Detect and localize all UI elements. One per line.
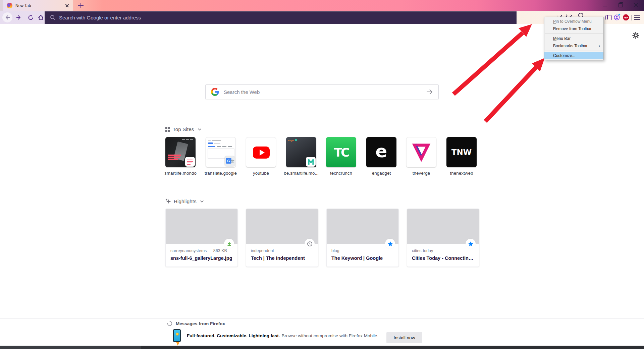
app-menu-button[interactable] [634, 15, 640, 20]
engadget-logo: e [375, 141, 387, 161]
menu-label-accel: P [553, 19, 556, 24]
site-label: smartlife.mondo [161, 171, 200, 176]
chevron-down-icon[interactable] [200, 200, 204, 203]
top-site-youtube[interactable]: youtube [246, 137, 276, 176]
top-site-theverge[interactable]: theverge [406, 137, 436, 176]
back-arrow-icon [4, 14, 10, 20]
messages-title: Messages from Firefox [176, 321, 225, 326]
top-sites-title: Top Sites [173, 126, 194, 132]
messages-header: Messages from Firefox [167, 321, 225, 326]
window-restore-button[interactable] [613, 0, 628, 10]
search-icon [50, 15, 56, 20]
site-thumbnail: e [366, 137, 396, 167]
promo-regular-text: Browse without compromise with Firefox M… [282, 333, 379, 338]
install-now-button[interactable]: Install now [386, 332, 422, 343]
verge-logo-icon [411, 143, 431, 162]
menu-label-accel: B [553, 44, 556, 48]
techcrunch-logo: TC [334, 146, 348, 159]
newtab-search-box[interactable] [205, 84, 439, 99]
sidebar-toggle-icon[interactable] [605, 15, 612, 20]
highlight-card-history[interactable]: independent Tech | The Independent [246, 209, 318, 267]
card-source: cities-today [412, 248, 474, 253]
menu-separator [545, 34, 603, 34]
forward-button[interactable] [16, 14, 22, 20]
gear-icon [632, 32, 640, 39]
new-tab-button[interactable] [78, 3, 84, 8]
highlight-card-bookmark-1[interactable]: blog The Keyword | Google [326, 209, 399, 267]
mobile-phone-icon [173, 329, 181, 342]
address-bar[interactable] [45, 11, 517, 24]
newtab-settings-button[interactable] [632, 32, 640, 39]
google-logo-icon [211, 88, 219, 96]
card-thumbnail [246, 209, 318, 244]
url-input[interactable] [59, 15, 462, 20]
firefox-outline-icon [167, 321, 172, 326]
highlights-header: Highlights [165, 198, 204, 204]
menu-label-post: ookmarks Toolbar [556, 44, 588, 48]
site-label: thenextweb [442, 171, 481, 176]
top-site-engadget[interactable]: e engadget [366, 137, 396, 176]
site-label: engadget [362, 171, 401, 176]
highlights-sparkle-icon [165, 198, 171, 204]
site-thumbnail: TC [326, 137, 356, 167]
star-icon [468, 241, 474, 247]
top-site-techcrunch[interactable]: TC techcrunch [326, 137, 356, 176]
promo-text: Full-featured. Customizable. Lightning f… [187, 333, 378, 338]
menu-separator [545, 51, 603, 51]
reload-button[interactable] [28, 14, 34, 21]
menu-item-pin-to-overflow[interactable]: Pin to Overflow Menu [544, 18, 603, 25]
home-button[interactable] [38, 14, 44, 21]
card-title: Tech | The Independent [251, 255, 313, 261]
install-button-label: Install now [394, 335, 415, 340]
highlights-title: Highlights [174, 198, 197, 204]
tab-close-icon[interactable] [64, 3, 70, 8]
site-thumbnail [246, 137, 276, 167]
history-badge [305, 239, 315, 249]
tnw-logo: TNW [451, 148, 472, 157]
youtube-logo-icon [253, 147, 270, 159]
chevron-down-icon[interactable] [198, 128, 202, 131]
top-site-smartlife-mondo[interactable]: smartlife.mondo [165, 137, 196, 176]
download-icon [226, 241, 232, 247]
toolbar-context-menu: Pin to Overflow Menu Remove from Toolbar… [544, 17, 604, 60]
menu-item-remove-from-toolbar[interactable]: Remove from Toolbar [544, 25, 603, 33]
site-thumbnail: enga [286, 137, 316, 167]
reload-icon [28, 14, 34, 21]
site-label: be.smartlife.mo... [282, 171, 321, 176]
top-site-be-smartlife[interactable]: enga be.smartlife.mo... [286, 137, 316, 176]
menu-item-menu-bar[interactable]: Menu Bar [544, 35, 603, 42]
top-site-thenextweb[interactable]: TNW thenextweb [446, 137, 477, 176]
bookmark-badge [385, 239, 395, 249]
site-thumbnail: G 文 [206, 137, 236, 167]
window-minimize-button[interactable] [597, 0, 613, 10]
card-title: sns-full-6_galleryLarge.jpg [170, 255, 233, 261]
site-thumbnail: TNW [446, 137, 477, 167]
menu-item-bookmarks-toolbar[interactable]: Bookmarks Toolbar › [544, 42, 603, 50]
highlight-card-download[interactable]: surreynanosystems — 863 KB sns-full-6_ga… [165, 209, 238, 267]
newtab-search-input[interactable] [224, 89, 426, 95]
site-label: theverge [402, 171, 441, 176]
annotation-arrow-1 [453, 24, 532, 94]
site-label: translate.google [201, 171, 240, 176]
browser-window: New Tab [0, 0, 644, 349]
site-thumbnail [406, 137, 436, 167]
submit-arrow-icon[interactable] [426, 88, 433, 96]
menu-label-post: ustomize... [556, 53, 576, 58]
top-site-translate-google[interactable]: G 文 translate.google [206, 137, 236, 176]
section-divider [0, 318, 644, 318]
firefox-favicon-icon [7, 3, 12, 8]
adblock-label: ABP [624, 16, 628, 19]
card-title: Cities Today - Connecting t... [412, 255, 474, 261]
site-label: youtube [241, 171, 280, 176]
site-label: techcrunch [322, 171, 361, 176]
forward-arrow-icon [16, 14, 22, 20]
card-thumbnail [166, 209, 237, 244]
menu-label-accel: R [553, 26, 556, 31]
window-close-button[interactable] [628, 0, 644, 10]
menu-item-customize[interactable]: Customize... [544, 52, 603, 59]
highlight-card-bookmark-2[interactable]: cities-today Cities Today - Connecting t… [407, 209, 479, 267]
back-button[interactable] [2, 12, 12, 22]
tab-title: New Tab [15, 3, 64, 8]
tab-new-tab[interactable]: New Tab [3, 0, 73, 11]
star-icon [387, 241, 393, 247]
